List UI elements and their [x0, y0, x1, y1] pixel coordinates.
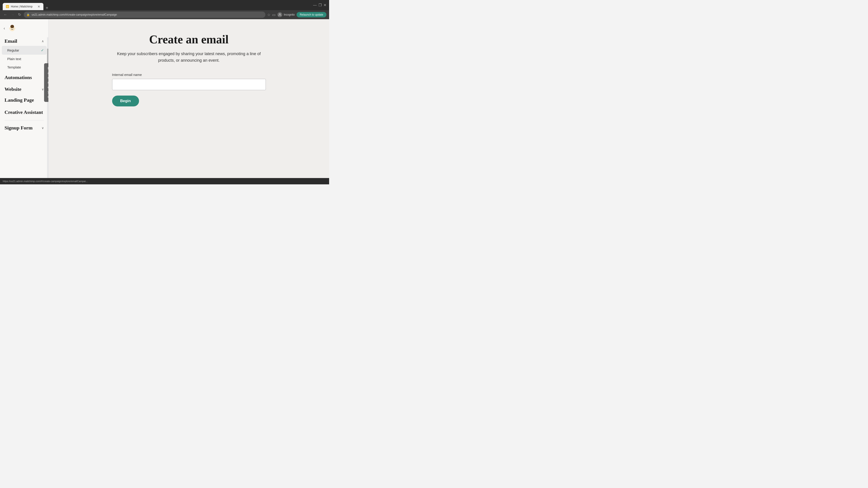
svg-point-9 — [10, 25, 14, 28]
sidebar-section-signup-form-header[interactable]: Signup Form ∨ — [0, 122, 49, 133]
sidebar-item-template[interactable]: Template — [0, 63, 49, 71]
signup-form-chevron-icon: ∨ — [41, 126, 44, 130]
incognito-badge: Incognito — [277, 12, 295, 17]
app-layout: ‹ — [0, 19, 329, 178]
refresh-button[interactable]: ↻ — [17, 12, 22, 18]
sidebar-section-landing-page-label: Landing Page — [4, 97, 34, 103]
tablet-icon[interactable]: ▭ — [272, 13, 276, 17]
email-name-input[interactable] — [112, 79, 266, 90]
main-content: Create an email Keep your subscribers en… — [49, 19, 329, 178]
sidebar-header: ‹ — [0, 19, 49, 35]
check-icon: ✓ — [41, 48, 44, 53]
page-title: Create an email — [149, 33, 228, 46]
incognito-label: Incognito — [284, 13, 295, 16]
status-bar: https://us21.admin.mailchimp.com/#/creat… — [0, 178, 329, 184]
sidebar-item-regular-label: Regular — [7, 48, 19, 52]
email-form: Internal email name Begin — [112, 73, 266, 106]
svg-point-11 — [14, 28, 16, 29]
sidebar-scrollbar-thumb[interactable] — [47, 48, 49, 67]
sidebar-section-automations-label: Automations — [4, 74, 32, 80]
status-url: https://us21.admin.mailchimp.com/#/creat… — [3, 180, 88, 183]
sidebar-section-automations[interactable]: Automations — [0, 71, 49, 84]
url-text: us21.admin.mailchimp.com/#/create-campai… — [32, 13, 117, 16]
sidebar-content: Email ∧ Regular ✓ Plain text Template Au… — [0, 35, 49, 178]
minimize-button[interactable]: — — [313, 3, 317, 7]
sidebar-section-website-header[interactable]: Website ∨ — [0, 84, 49, 94]
email-name-label: Internal email name — [112, 73, 266, 76]
sidebar-section-email-header[interactable]: Email ∧ — [0, 35, 49, 46]
svg-point-10 — [9, 28, 11, 29]
svg-point-2 — [279, 13, 281, 15]
tab-title: Home | Mailchimp — [11, 5, 33, 8]
svg-text:M: M — [6, 6, 8, 8]
incognito-icon — [277, 12, 282, 17]
close-button[interactable]: ✕ — [323, 3, 327, 7]
relaunch-button[interactable]: Relaunch to update — [297, 12, 327, 18]
sidebar-section-creative-assistant-label: Creative Assistant — [4, 109, 43, 115]
mailchimp-logo — [7, 23, 17, 33]
address-bar[interactable]: 🔒 us21.admin.mailchimp.com/#/create-camp… — [24, 11, 266, 18]
sidebar-section-landing-page[interactable]: Landing Page — [0, 94, 49, 106]
sidebar-scrollbar[interactable] — [47, 37, 49, 178]
sidebar-divider — [4, 120, 44, 121]
sidebar-item-template-label: Template — [7, 65, 21, 69]
sidebar-section-email-label: Email — [4, 38, 17, 44]
new-tab-button[interactable]: + — [44, 6, 50, 10]
tab-favicon: M — [6, 5, 9, 8]
maximize-button[interactable]: ❐ — [318, 3, 322, 7]
begin-button[interactable]: Begin — [112, 96, 139, 106]
browser-nav: ← → ↻ 🔒 us21.admin.mailchimp.com/#/creat… — [0, 10, 329, 19]
sidebar-section-signup-form-label: Signup Form — [4, 125, 33, 131]
sidebar-item-regular[interactable]: Regular ✓ — [2, 46, 46, 55]
sidebar-item-plain-text[interactable]: Plain text — [0, 55, 49, 63]
lock-icon: 🔒 — [26, 13, 30, 16]
forward-button[interactable]: → — [10, 12, 16, 18]
sidebar-section-website-label: Website — [4, 86, 22, 92]
back-button[interactable]: ← — [3, 12, 8, 18]
window-controls: — ❐ ✕ — [313, 3, 327, 7]
nav-actions: ☆ ▭ Incognito Relaunch to update — [267, 12, 327, 18]
tab-close-button[interactable]: ✕ — [37, 5, 40, 8]
email-sub-items: Regular ✓ Plain text Template — [0, 46, 49, 71]
sidebar: ‹ — [0, 19, 49, 178]
sidebar-item-plain-text-label: Plain text — [7, 57, 21, 61]
sidebar-section-creative-assistant[interactable]: Creative Assistant — [0, 106, 49, 119]
sidebar-back-button[interactable]: ‹ — [4, 26, 5, 30]
active-tab[interactable]: M Home | Mailchimp ✕ — [3, 3, 43, 10]
website-chevron-icon: ∨ — [41, 88, 44, 91]
browser-tabs: M Home | Mailchimp ✕ + — [3, 0, 309, 10]
bookmark-icon[interactable]: ☆ — [267, 13, 270, 17]
browser-chrome: M Home | Mailchimp ✕ + — ❐ ✕ — [0, 0, 329, 10]
page-subtitle: Keep your subscribers engaged by sharing… — [110, 51, 268, 64]
email-chevron-icon: ∧ — [41, 39, 44, 43]
